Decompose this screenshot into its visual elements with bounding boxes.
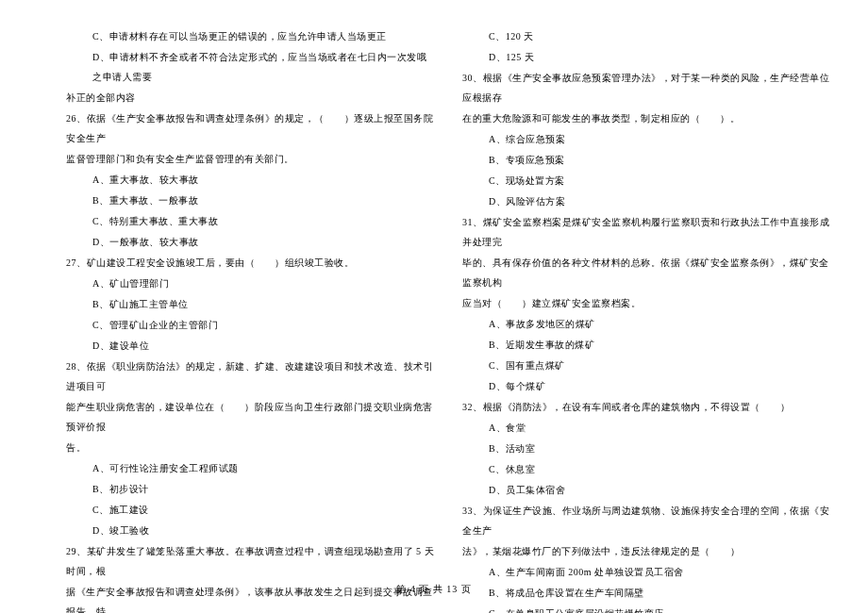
text-line: B、专项应急预案: [462, 150, 830, 170]
text-line: B、重大事故、一般事故: [66, 191, 434, 210]
text-line: A、综合应急预案: [462, 129, 830, 149]
text-line: 在的重大危险源和可能发生的事故类型，制定相应的（ ）。: [462, 108, 830, 128]
text-line: A、食堂: [462, 418, 830, 438]
text-line: 监督管理部门和负有安全生产监督管理的有关部门。: [66, 149, 434, 169]
text-line: C、特别重大事故、重大事故: [66, 211, 434, 231]
page-footer: 第 4 页 共 13 页: [0, 583, 868, 596]
text-line: 补正的全部内容: [66, 88, 434, 108]
text-line: 毕的、具有保存价值的各种文件材料的总称。依据《煤矿安全监察条例》，煤矿安全监察机…: [462, 253, 830, 292]
text-line: 32、根据《消防法》，在设有车间或者仓库的建筑物内，不得设置（ ）: [462, 397, 830, 417]
right-column: C、120 天D、125 天30、根据《生产安全事故应急预案管理办法》，对于某一…: [462, 26, 830, 613]
text-line: B、近期发生事故的煤矿: [462, 335, 830, 355]
text-line: C、管理矿山企业的主管部门: [66, 315, 434, 335]
text-line: 法》，某烟花爆竹厂的下列做法中，违反法律规定的是（ ）: [462, 541, 830, 561]
text-line: D、竣工验收: [66, 521, 434, 540]
text-line: A、事故多发地区的煤矿: [462, 314, 830, 334]
text-line: A、可行性论注册安全工程师试题: [66, 458, 434, 478]
text-line: 27、矿山建设工程安全设施竣工后，要由（ ）组织竣工验收。: [66, 253, 434, 273]
text-line: 告。: [66, 438, 434, 457]
text-line: D、建设单位: [66, 336, 434, 356]
text-line: D、风险评估方案: [462, 191, 830, 211]
text-line: 26、依据《生产安全事故报告和调查处理条例》的规定，（ ）逐级上报至国务院安全生…: [66, 108, 434, 148]
text-line: A、矿山管理部门: [66, 273, 434, 293]
text-line: D、每个煤矿: [462, 376, 830, 396]
text-line: C、申请材料存在可以当场更正的错误的，应当允许申请人当场更正: [66, 26, 434, 46]
text-line: D、一般事故、较大事故: [66, 232, 434, 252]
text-line: D、申请材料不齐全或者不符合法定形式的，应当当场或者在七日内一次发哦之申请人需要: [66, 47, 434, 87]
text-line: 31、煤矿安全监察档案是煤矿安全监察机构履行监察职责和行政执法工作中直接形成并处…: [462, 212, 830, 252]
text-line: D、125 天: [462, 47, 830, 67]
text-line: A、重大事故、较大事故: [66, 170, 434, 190]
text-line: 29、某矿井发生了罐笼坠落重大事故。在事故调查过程中，调查组现场勘查用了 5 天…: [66, 541, 434, 581]
text-line: C、国有重点煤矿: [462, 356, 830, 375]
text-line: C、休息室: [462, 459, 830, 479]
text-line: C、施工建设: [66, 500, 434, 520]
text-line: B、活动室: [462, 439, 830, 458]
text-line: 28、依据《职业病防治法》的规定，新建、扩建、改建建设项目和技术改造、技术引进项…: [66, 356, 434, 396]
left-column: C、申请材料存在可以当场更正的错误的，应当允许申请人当场更正D、申请材料不齐全或…: [66, 26, 434, 613]
text-line: 应当对（ ）建立煤矿安全监察档案。: [462, 293, 830, 313]
text-line: 33、为保证生产设施、作业场所与周边建筑物、设施保持安全合理的空间，依据《安全生…: [462, 501, 830, 540]
text-line: B、矿山施工主管单位: [66, 294, 434, 314]
page-container: C、申请材料存在可以当场更正的错误的，应当允许申请人当场更正D、申请材料不齐全或…: [0, 0, 868, 613]
text-line: B、初步设计: [66, 479, 434, 499]
text-line: D、员工集体宿舍: [462, 480, 830, 500]
text-line: A、生产车间南面 200m 处单独设置员工宿舍: [462, 562, 830, 582]
text-line: C、在单身职工公寓底层设烟花爆竹商店: [462, 604, 830, 613]
text-line: C、120 天: [462, 26, 830, 46]
text-line: C、现场处置方案: [462, 171, 830, 191]
text-line: 30、根据《生产安全事故应急预案管理办法》，对于某一种类的风险，生产经营单位应根…: [462, 68, 830, 108]
text-line: 能产生职业病危害的，建设单位在（ ）阶段应当向卫生行政部门提交职业病危害预评价报: [66, 397, 434, 437]
